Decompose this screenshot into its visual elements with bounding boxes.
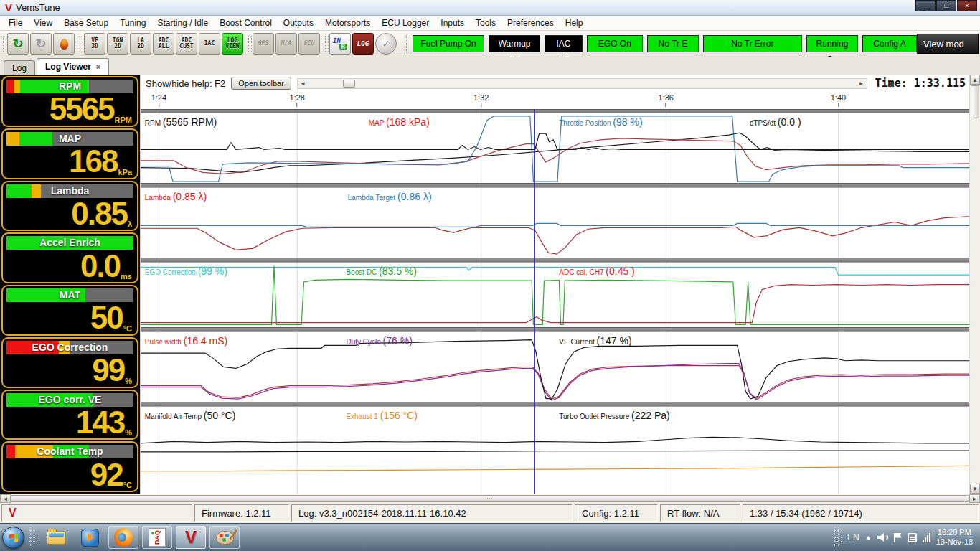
panel-separator[interactable] xyxy=(141,327,969,332)
scroll-down-icon[interactable]: ▼ xyxy=(970,484,980,494)
burn-button[interactable] xyxy=(53,33,75,55)
statusbar-logo-segment: V xyxy=(1,504,192,522)
ecu-button[interactable]: ECU xyxy=(298,33,320,55)
chart-panel-1[interactable]: RPM (5565 RPM)MAP (168 kPa)Throttle Posi… xyxy=(141,113,969,183)
gauge-ego-correction[interactable]: EGO Correction99% xyxy=(1,337,138,388)
power-plug-icon[interactable] xyxy=(908,533,917,542)
indicator-no-tr-error[interactable]: No Tr Error xyxy=(703,35,802,52)
menu-item-help[interactable]: Help xyxy=(560,17,589,29)
indicator-no-tr-e[interactable]: No Tr E xyxy=(647,35,699,52)
chart-panel-3[interactable]: EGO Correction (99 %)Boost DC (83.5 %)AD… xyxy=(141,263,969,327)
menu-item-boost-control[interactable]: Boost Control xyxy=(214,17,278,29)
indicator-config-a[interactable]: Config A xyxy=(862,35,917,52)
gauge-lambda[interactable]: Lambda0.85λ xyxy=(1,181,138,232)
menu-item-file[interactable]: File xyxy=(3,17,28,29)
adc-all-button[interactable]: ADCALL xyxy=(153,33,174,55)
horizontal-scrollbar[interactable]: ◄ ► xyxy=(0,494,980,503)
minimize-button[interactable]: ─ xyxy=(915,0,936,11)
adc-cust-button[interactable]: ADCCUST xyxy=(176,33,197,55)
status-bar: VFirmware: 1.2.11Log: v3.3_n002154-2018.… xyxy=(0,503,980,523)
ve-3d-button[interactable]: VE3D xyxy=(84,33,105,55)
taskbar-app-vemstune[interactable]: V xyxy=(176,526,206,549)
ign-2d-button[interactable]: IGN2D xyxy=(107,33,128,55)
menu-item-motorsports[interactable]: Motorsports xyxy=(319,17,376,29)
gauge-unit: °C xyxy=(123,324,132,333)
trace-label-map: MAP (168 kPa) xyxy=(369,116,430,128)
start-button[interactable] xyxy=(2,527,24,549)
close-button[interactable]: × xyxy=(957,0,977,11)
taskbar-app-explorer[interactable] xyxy=(41,526,71,549)
tray-expand-icon[interactable]: ▲ xyxy=(865,534,872,541)
gauge-title: RPM xyxy=(6,80,133,93)
tab-log[interactable]: Log xyxy=(4,60,35,75)
chart-panel-4[interactable]: Pulse width (16.4 mS)Duty Cycle (76 %)VE… xyxy=(141,332,969,402)
taskbar-app-firefox[interactable] xyxy=(108,526,138,549)
pan-scroll-thumb[interactable] xyxy=(343,80,355,88)
reload-green-button[interactable]: ↻ xyxy=(7,33,29,55)
taskbar-app-media-player[interactable] xyxy=(75,526,105,549)
menu-item-tools[interactable]: Tools xyxy=(470,17,501,29)
toolbar: ↻↻VE3DIGN2DLA2DADCALLADCCUSTIACLOGVIEWGP… xyxy=(0,31,980,57)
vertical-scroll-track[interactable] xyxy=(970,119,980,484)
maximize-button[interactable]: □ xyxy=(936,0,956,11)
menu-item-tuning[interactable]: Tuning xyxy=(114,17,151,29)
chart-panel-2[interactable]: Lambda (0.85 λ)Lambda Target (0.86 λ) xyxy=(141,188,969,258)
tab-close-icon[interactable]: × xyxy=(96,62,100,71)
na-button[interactable]: N/A xyxy=(275,33,297,55)
trace-label-dtps-dt: dTPS/dt (0.0 ) xyxy=(750,116,801,128)
reload-gray-button[interactable]: ↻ xyxy=(30,33,52,55)
tab-log-viewer[interactable]: Log Viewer× xyxy=(37,58,109,75)
taskbar-app-idaq[interactable]: DAQ xyxy=(142,526,172,549)
scroll-left-icon[interactable]: ◄ xyxy=(0,494,11,503)
keyboard-language-indicator[interactable]: EN xyxy=(847,532,859,542)
gauge-rpm[interactable]: RPM5565RPM xyxy=(1,76,138,127)
clock[interactable]: 10:20 PM 13-Nov-18 xyxy=(936,528,973,547)
open-toolbar-button[interactable]: Open toolbar xyxy=(231,77,291,90)
gauge-ego-corr-ve[interactable]: EGO corr. VE143% xyxy=(1,390,138,441)
indicator-warmup-off[interactable]: Warmup Off xyxy=(489,35,540,52)
scroll-up-icon[interactable]: ▲ xyxy=(970,75,980,85)
menu-item-outputs[interactable]: Outputs xyxy=(278,17,319,29)
gps-button[interactable]: GPS xyxy=(253,33,274,55)
confirm-button[interactable]: ✓ xyxy=(375,33,397,55)
log-view-button[interactable]: LOGVIEW xyxy=(222,33,243,55)
la-2d-button[interactable]: LA2D xyxy=(130,33,151,55)
vertical-scroll-thumb[interactable] xyxy=(971,85,979,118)
panel-separator[interactable] xyxy=(141,402,969,407)
title-bar[interactable]: V VemsTune ─ □ × xyxy=(0,0,980,16)
chart-pan-scrollbar[interactable]: ◄ ► xyxy=(297,78,867,89)
horizontal-scroll-thumb[interactable] xyxy=(11,495,969,502)
indicator-fuel-pump-on[interactable]: Fuel Pump On xyxy=(413,35,484,52)
menu-item-ecu-logger[interactable]: ECU Logger xyxy=(376,17,435,29)
pan-right-icon[interactable]: ► xyxy=(857,80,867,87)
in-r-button[interactable]: INR xyxy=(329,33,351,55)
vertical-scrollbar[interactable]: ▲ ▼ xyxy=(969,75,980,494)
playback-cursor[interactable] xyxy=(534,109,535,494)
menu-item-preferences[interactable]: Preferences xyxy=(501,17,560,29)
scroll-right-icon[interactable]: ► xyxy=(969,494,980,503)
media-player-icon xyxy=(81,529,99,547)
indicator-running-on[interactable]: Running On xyxy=(806,35,858,52)
panel-separator[interactable] xyxy=(141,183,969,188)
indicator-ego-on[interactable]: EGO On xyxy=(587,35,643,52)
network-signal-icon[interactable] xyxy=(923,533,930,542)
action-center-flag-icon[interactable] xyxy=(894,533,902,542)
volume-icon[interactable] xyxy=(877,533,888,542)
menu-item-starting-idle[interactable]: Starting / Idle xyxy=(151,17,214,29)
menu-item-inputs[interactable]: Inputs xyxy=(435,17,470,29)
taskbar-app-paint[interactable] xyxy=(209,526,240,549)
log-button[interactable]: LOG xyxy=(352,33,374,55)
gauge-accel-enrich[interactable]: Accel Enrich0.0ms xyxy=(1,232,138,283)
gauge-coolant-temp[interactable]: Coolant Temp92°C xyxy=(1,441,138,492)
panel-separator[interactable] xyxy=(141,258,969,263)
indicator-iac-off[interactable]: IAC Off xyxy=(545,35,583,52)
gauge-mat[interactable]: MAT50°C xyxy=(1,285,138,336)
gauge-map[interactable]: MAP168kPa xyxy=(1,128,138,179)
chart-panel-5[interactable]: Manifold Air Temp (50 °C)Exhaust 1 (156 … xyxy=(141,407,969,494)
view-mode-button[interactable]: View mod xyxy=(917,34,979,54)
menu-item-view[interactable]: View xyxy=(28,17,58,29)
iac-button[interactable]: IAC xyxy=(199,33,220,55)
menu-item-base-setup[interactable]: Base Setup xyxy=(58,17,114,29)
pan-left-icon[interactable]: ◄ xyxy=(298,80,308,87)
trace-label-ve-current: VE Current (147 %) xyxy=(559,334,631,347)
